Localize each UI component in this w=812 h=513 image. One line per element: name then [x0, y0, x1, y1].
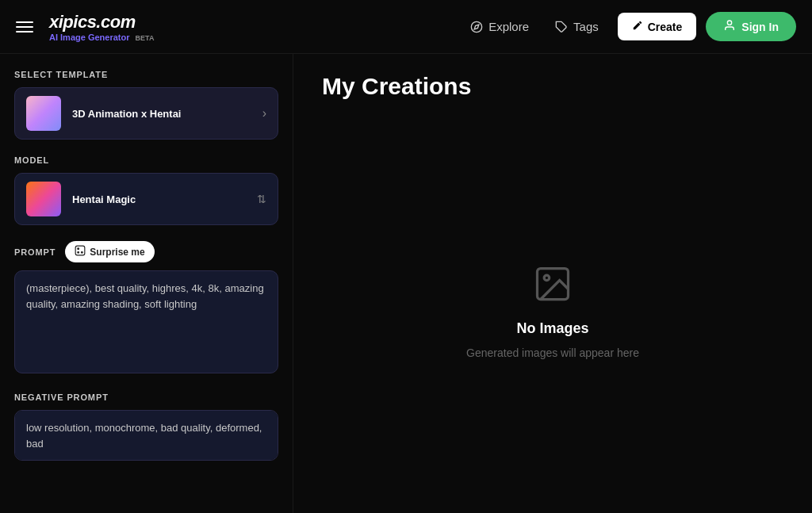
signin-label: Sign In [741, 21, 779, 33]
create-button[interactable]: Create [618, 13, 697, 40]
template-thumbnail [26, 96, 61, 131]
model-section: MODEL Hentai Magic ⇅ [14, 155, 278, 225]
create-label: Create [648, 21, 683, 33]
create-icon [632, 20, 643, 33]
no-images-title: No Images [516, 320, 588, 337]
nav-explore[interactable]: Explore [469, 20, 529, 34]
select-template-label: SELECT TEMPLATE [14, 70, 278, 79]
template-card[interactable]: 3D Animation x Hentai › [14, 87, 278, 140]
model-arrows-icon: ⇅ [257, 193, 266, 205]
prompt-textarea[interactable]: (masterpiece), best quality, highres, 4k… [14, 270, 278, 373]
model-thumbnail [26, 182, 61, 216]
svg-point-4 [78, 248, 79, 250]
empty-state: No Images Generated images will appear h… [322, 128, 783, 494]
tags-label: Tags [573, 20, 599, 33]
neg-prompt-section: NEGATIVE PROMPT low resolution, monochro… [14, 392, 278, 464]
sidebar: SELECT TEMPLATE 3D Animation x Hentai › … [0, 54, 293, 513]
svg-point-5 [82, 251, 83, 253]
user-icon [723, 19, 736, 34]
model-label: MODEL [14, 155, 278, 165]
compass-icon [469, 20, 484, 34]
surprise-me-button[interactable]: Surprise me [65, 241, 154, 262]
prompt-label: PROMPT [14, 247, 56, 257]
logo-text: xipics.com [49, 12, 154, 33]
no-images-subtitle: Generated images will appear here [466, 346, 639, 359]
tag-icon [554, 20, 569, 34]
chevron-right-icon: › [262, 106, 266, 121]
explore-label: Explore [488, 20, 529, 33]
svg-point-2 [728, 21, 732, 25]
template-name: 3D Animation x Hentai [72, 108, 262, 120]
prompt-section: PROMPT Surprise me (masterpiece), best q… [14, 241, 278, 377]
logo: xipics.com AI Image Generator BETA [49, 12, 154, 42]
no-images-icon [532, 263, 573, 308]
dice-icon [75, 245, 86, 258]
neg-prompt-textarea[interactable]: low resolution, monochrome, bad quality,… [14, 410, 278, 461]
svg-point-0 [472, 21, 482, 32]
model-select[interactable]: Hentai Magic ⇅ [14, 173, 278, 225]
neg-prompt-label: NEGATIVE PROMPT [14, 392, 278, 402]
content-area: My Creations No Images Generated images … [293, 54, 812, 513]
nav-tags[interactable]: Tags [554, 20, 599, 34]
page-title: My Creations [322, 73, 783, 100]
hamburger-menu[interactable] [16, 21, 33, 33]
main-nav: Explore Tags [469, 20, 599, 34]
model-name: Hentai Magic [72, 193, 257, 205]
signin-button[interactable]: Sign In [706, 12, 796, 41]
svg-rect-3 [76, 246, 86, 255]
svg-point-8 [544, 275, 550, 281]
main-container: SELECT TEMPLATE 3D Animation x Hentai › … [0, 54, 812, 513]
logo-subtitle: AI Image Generator BETA [49, 33, 154, 42]
svg-point-6 [78, 251, 79, 253]
prompt-header: PROMPT Surprise me [14, 241, 278, 262]
surprise-label: Surprise me [90, 247, 144, 258]
